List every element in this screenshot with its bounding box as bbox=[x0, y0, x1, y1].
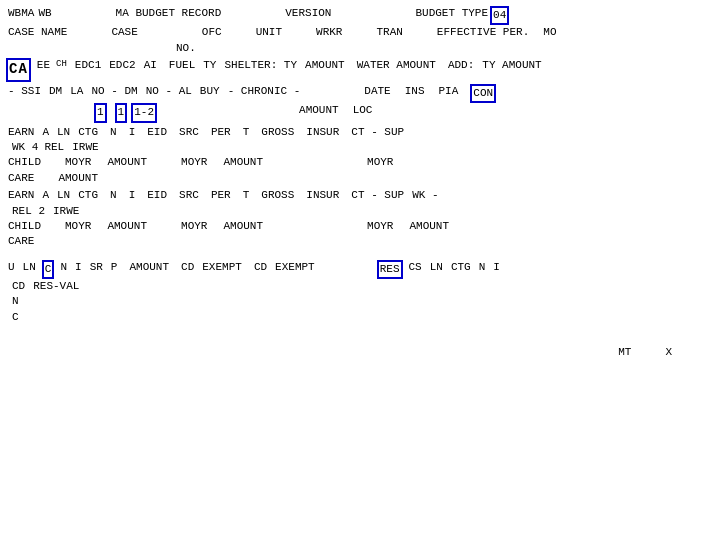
row-5b: 1 1 1-2 AMOUNT LOC bbox=[6, 103, 714, 122]
wrkr-label: WRKR bbox=[314, 25, 344, 40]
amount7-label: AMOUNT bbox=[221, 219, 265, 234]
nodm-label: NO - DM bbox=[89, 84, 139, 99]
edc1-label: EDC1 bbox=[73, 58, 103, 73]
num1c-label: 1-2 bbox=[131, 103, 157, 122]
water-label: WATER AMOUNT bbox=[355, 58, 438, 73]
row-5: - SSI DM LA NO - DM NO - AL BUY - CHRONI… bbox=[6, 84, 714, 103]
row-9: CHILD MOYR AMOUNT MOYR AMOUNT MOYR AMOUN… bbox=[6, 219, 714, 234]
ctg2-label: CTG bbox=[76, 188, 100, 203]
row-10c: N bbox=[6, 294, 714, 309]
moyr2-label: MOYR bbox=[179, 155, 209, 170]
ctg1-label: CTG bbox=[76, 125, 100, 140]
child2-label: CHILD bbox=[6, 219, 43, 234]
shelter-label: SHELTER: TY bbox=[222, 58, 299, 73]
i3-label: I bbox=[73, 260, 84, 275]
sr-label: SR bbox=[88, 260, 105, 275]
cd1-label: CD bbox=[179, 260, 196, 275]
version-label: VERSION bbox=[283, 6, 333, 21]
i1-label: I bbox=[127, 125, 138, 140]
eid1-label: EID bbox=[145, 125, 169, 140]
row-3: NO. bbox=[6, 41, 714, 56]
earn2-label: EARN bbox=[6, 188, 36, 203]
ins-label: INS bbox=[403, 84, 427, 99]
row-4: CA EE CH EDC1 EDC2 AI FUEL TY SHELTER: T… bbox=[6, 58, 714, 82]
ca-label: CA bbox=[6, 58, 31, 82]
exempt2-label: EXEMPT bbox=[273, 260, 317, 275]
loc-label: LOC bbox=[351, 103, 375, 118]
ln4-label: LN bbox=[428, 260, 445, 275]
rel1-label: REL bbox=[42, 140, 66, 155]
res-label: RES bbox=[377, 260, 403, 279]
effective-per-label: EFFECTIVE PER. bbox=[435, 25, 531, 40]
row-6b: WK 4 REL IRWE bbox=[6, 140, 714, 155]
amount9-label: AMOUNT bbox=[127, 260, 171, 275]
case-label: CASE bbox=[109, 25, 139, 40]
moyr3-label: MOYR bbox=[365, 155, 395, 170]
gross1-label: GROSS bbox=[259, 125, 296, 140]
ai-label: AI bbox=[142, 58, 159, 73]
cd2-label: CD bbox=[252, 260, 269, 275]
date-label: DATE bbox=[362, 84, 392, 99]
irwe2-label: IRWE bbox=[51, 204, 81, 219]
n4-label: N bbox=[477, 260, 488, 275]
gross2-label: GROSS bbox=[259, 188, 296, 203]
ln2-label: LN bbox=[55, 188, 72, 203]
num1-label: 1 bbox=[94, 103, 107, 122]
care1-label: CARE bbox=[6, 171, 36, 186]
u-label: U bbox=[6, 260, 17, 275]
ma-budget-label: MA BUDGET RECORD bbox=[114, 6, 224, 21]
mo-label: MO bbox=[541, 25, 558, 40]
row-6: EARN A LN CTG N I EID SRC PER T GROSS IN… bbox=[6, 125, 714, 140]
child1-label: CHILD bbox=[6, 155, 43, 170]
wb-label: WB bbox=[36, 6, 53, 21]
per2-label: PER bbox=[209, 188, 233, 203]
ctg3-label: CTG bbox=[449, 260, 473, 275]
ty-label: TY bbox=[201, 58, 218, 73]
n3-label: N bbox=[58, 260, 69, 275]
ch-label: CH bbox=[54, 58, 69, 71]
chronic-label: - CHRONIC - bbox=[226, 84, 303, 99]
ctsup1-label: CT - SUP bbox=[349, 125, 406, 140]
care2-label: CARE bbox=[6, 234, 36, 249]
moyr1-label: MOYR bbox=[63, 155, 93, 170]
rel2-label: REL 2 bbox=[10, 204, 47, 219]
a2-label: A bbox=[40, 188, 51, 203]
insur2-label: INSUR bbox=[304, 188, 341, 203]
wk4-label: WK 4 bbox=[10, 140, 40, 155]
unit-label: UNIT bbox=[254, 25, 284, 40]
case-name-label: CASE NAME bbox=[6, 25, 69, 40]
wk2-label: WK - bbox=[410, 188, 440, 203]
row-9b: CARE bbox=[6, 234, 714, 249]
cd3-label: CD bbox=[10, 279, 27, 294]
moyr5-label: MOYR bbox=[179, 219, 209, 234]
row-1: WBMA WB MA BUDGET RECORD VERSION BUDGET … bbox=[6, 6, 714, 25]
amount2-label: AMOUNT bbox=[297, 103, 341, 118]
eid2-label: EID bbox=[145, 188, 169, 203]
wbma-label: WBMA bbox=[6, 6, 36, 21]
amount8-label: AMOUNT bbox=[407, 219, 451, 234]
exempt1-label: EXEMPT bbox=[200, 260, 244, 275]
amount6-label: AMOUNT bbox=[105, 219, 149, 234]
main-container: WBMA WB MA BUDGET RECORD VERSION BUDGET … bbox=[0, 0, 720, 540]
t2-label: T bbox=[241, 188, 252, 203]
ee-label: EE bbox=[35, 58, 52, 73]
row-10b: CD RES-VAL bbox=[6, 279, 714, 294]
moyr4-label: MOYR bbox=[63, 219, 93, 234]
a1-label: A bbox=[40, 125, 51, 140]
row-11: MT X bbox=[6, 345, 714, 360]
num1b-label: 1 bbox=[115, 103, 128, 122]
row-10: U LN C N I SR P AMOUNT CD EXEMPT CD EXEM… bbox=[6, 260, 714, 279]
amount4-label: AMOUNT bbox=[221, 155, 265, 170]
amount3-label: AMOUNT bbox=[105, 155, 149, 170]
ofc-label: OFC bbox=[200, 25, 224, 40]
resval-label: RES-VAL bbox=[31, 279, 81, 294]
i4-label: I bbox=[491, 260, 502, 275]
t1-label: T bbox=[241, 125, 252, 140]
add-label: ADD: bbox=[446, 58, 476, 73]
budget-type-label: BUDGET TYPE bbox=[413, 6, 490, 21]
pia-label: PIA bbox=[437, 84, 461, 99]
row-7b: CARE AMOUNT bbox=[6, 171, 714, 186]
ctsup2-label: CT - SUP bbox=[349, 188, 406, 203]
row-8b: REL 2 IRWE bbox=[6, 204, 714, 219]
cs-label: CS bbox=[407, 260, 424, 275]
